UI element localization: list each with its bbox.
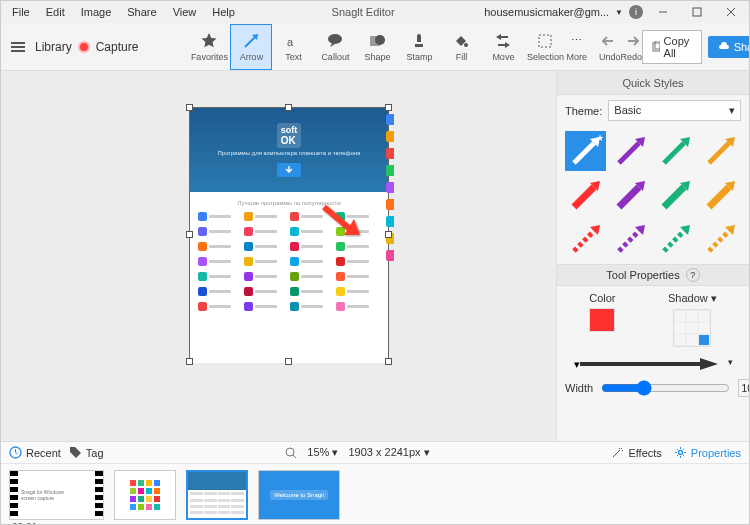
svg-point-7 — [328, 34, 342, 44]
color-swatch[interactable] — [589, 308, 615, 332]
theme-select[interactable]: Basic▾ — [608, 100, 741, 121]
tool-stamp[interactable]: Stamp — [398, 24, 440, 70]
help-icon[interactable]: ? — [686, 268, 700, 282]
handle-ml[interactable] — [186, 231, 193, 238]
effects-button[interactable]: Effects — [611, 446, 661, 459]
handle-tc[interactable] — [285, 104, 292, 111]
quick-style-4[interactable] — [565, 175, 606, 215]
selection-box[interactable]: soft OK Программы для компьютера планшет… — [189, 107, 389, 362]
quick-style-0[interactable]: ★ — [565, 131, 606, 171]
svg-rect-12 — [653, 43, 660, 51]
tool-favorites[interactable]: Favorites — [188, 24, 230, 70]
svg-line-4 — [245, 37, 255, 47]
thumbnail-4[interactable]: Welcome to Snagit snag — [258, 470, 340, 520]
svg-line-18 — [619, 143, 639, 163]
shape-icon — [368, 32, 386, 50]
svg-line-14 — [324, 207, 350, 229]
image-dimensions[interactable]: 1903 x 2241px ▾ — [348, 446, 429, 459]
zoom-level[interactable]: 15% ▾ — [307, 446, 338, 459]
recent-button[interactable]: Recent — [9, 446, 61, 459]
handle-br[interactable] — [385, 358, 392, 365]
handle-mr[interactable] — [385, 231, 392, 238]
tag-button[interactable]: Tag — [69, 446, 104, 459]
arrow-icon — [242, 32, 260, 50]
hamburger-icon[interactable] — [7, 38, 29, 56]
quick-style-6[interactable] — [655, 175, 696, 215]
quick-style-8[interactable] — [565, 219, 606, 259]
library-button[interactable]: Library — [35, 40, 72, 54]
handle-tl[interactable] — [186, 104, 193, 111]
width-value[interactable]: 10 — [738, 379, 749, 397]
quick-style-2[interactable] — [655, 131, 696, 171]
quick-style-11[interactable] — [700, 219, 741, 259]
undo-button[interactable]: Undo — [599, 24, 621, 70]
menu-edit[interactable]: Edit — [39, 3, 72, 21]
minimize-button[interactable] — [649, 2, 677, 22]
copy-all-button[interactable]: Copy All — [642, 30, 702, 64]
width-slider[interactable] — [601, 380, 730, 396]
tool-text[interactable]: aText — [272, 24, 314, 70]
share-button[interactable]: Share — [708, 36, 750, 58]
tool-fill[interactable]: Fill — [440, 24, 482, 70]
tool-move[interactable]: Move — [482, 24, 524, 70]
move-icon — [494, 32, 512, 50]
shadow-position-grid[interactable] — [673, 309, 711, 347]
more-button[interactable]: ⋯More — [566, 24, 587, 70]
record-icon — [78, 41, 90, 53]
hero-cta — [277, 163, 301, 177]
thumbnail-3[interactable] — [186, 470, 248, 520]
tool-arrow[interactable]: Arrow — [230, 24, 272, 70]
svg-point-10 — [464, 43, 468, 47]
menu-bar: File Edit Image Share View Help — [1, 3, 242, 21]
canvas-area[interactable]: soft OK Программы для компьютера планшет… — [1, 71, 556, 441]
svg-line-28 — [664, 187, 684, 207]
svg-point-46 — [678, 451, 682, 455]
tag-icon — [69, 446, 82, 459]
tool-shape[interactable]: Shape — [356, 24, 398, 70]
info-icon[interactable]: i — [629, 5, 643, 19]
gear-icon — [674, 446, 687, 459]
shadow-label[interactable]: Shadow ▾ — [668, 292, 717, 305]
menu-share[interactable]: Share — [120, 3, 163, 21]
handle-tr[interactable] — [385, 104, 392, 111]
maximize-button[interactable] — [683, 2, 711, 22]
quick-style-10[interactable] — [655, 219, 696, 259]
clock-icon — [9, 446, 22, 459]
svg-text:▾: ▾ — [574, 358, 580, 370]
quick-style-7[interactable] — [700, 175, 741, 215]
menu-image[interactable]: Image — [74, 3, 119, 21]
account-email[interactable]: housemusicmaker@gm... — [484, 6, 609, 18]
quick-style-3[interactable] — [700, 131, 741, 171]
tool-callout[interactable]: Callout — [314, 24, 356, 70]
tool-properties-header: Tool Properties — [606, 269, 679, 281]
quick-style-5[interactable] — [610, 175, 651, 215]
thumbnail-2[interactable] — [114, 470, 176, 520]
bottom-panel: Recent Tag 15% ▾ 1903 x 2241px ▾ Effects… — [1, 441, 749, 525]
handle-bl[interactable] — [186, 358, 193, 365]
copy-icon — [651, 41, 660, 53]
color-label: Color — [589, 292, 615, 304]
search-icon[interactable] — [285, 447, 297, 459]
quick-style-9[interactable] — [610, 219, 651, 259]
menu-view[interactable]: View — [166, 3, 204, 21]
capture-button[interactable]: Capture — [96, 40, 139, 54]
page-logo: soft OK — [277, 123, 302, 148]
menu-help[interactable]: Help — [205, 3, 242, 21]
thumbnail-track: Snagit for Windowsscreen capture 00:01 W… — [1, 464, 749, 525]
properties-button[interactable]: Properties — [674, 446, 741, 459]
handle-bc[interactable] — [285, 358, 292, 365]
captured-page: soft OK Программы для компьютера планшет… — [190, 108, 388, 361]
thumbnail-video[interactable]: Snagit for Windowsscreen capture 00:01 — [9, 470, 104, 520]
titlebar: File Edit Image Share View Help Snaglt E… — [1, 1, 749, 23]
close-button[interactable] — [717, 2, 745, 22]
menu-file[interactable]: File — [5, 3, 37, 21]
svg-line-38 — [709, 231, 729, 251]
redo-button[interactable]: Redo — [620, 24, 642, 70]
svg-point-44 — [286, 448, 294, 456]
quick-style-1[interactable] — [610, 131, 651, 171]
chevron-down-icon: ▾ — [729, 104, 735, 117]
tool-selection[interactable]: Selection — [524, 24, 566, 70]
annotation-arrow[interactable] — [320, 203, 362, 241]
callout-icon — [326, 32, 344, 50]
arrow-style-preview[interactable]: ▾ ▾ — [557, 353, 749, 375]
